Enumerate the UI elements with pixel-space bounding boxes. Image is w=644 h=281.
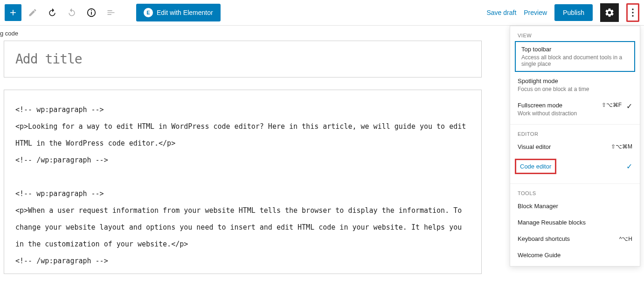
svg-rect-1 <box>91 12 92 14</box>
options-dropdown: VIEW Top toolbar Access all block and do… <box>510 26 640 267</box>
check-icon: ✓ <box>626 162 632 171</box>
top-toolbar-option[interactable]: Top toolbar Access all block and documen… <box>515 41 635 72</box>
redo-button[interactable] <box>63 4 80 21</box>
svg-point-4 <box>632 12 633 13</box>
more-options-button[interactable] <box>626 3 639 22</box>
outline-icon[interactable] <box>103 4 119 21</box>
visual-editor-option[interactable]: Visual editor ⇧⌥⌘M <box>510 139 640 155</box>
spotlight-mode-option[interactable]: Spotlight mode Focus on one block at a t… <box>510 73 640 97</box>
welcome-guide-option[interactable]: Welcome Guide <box>510 247 640 263</box>
code-editor-container: <!-- wp:paragraph --> <p>Looking for a w… <box>4 90 482 274</box>
tools-heading: TOOLS <box>510 190 640 198</box>
toolbar-right: Save draft Preview Publish <box>486 3 639 22</box>
svg-point-5 <box>632 15 633 16</box>
keyboard-shortcuts-option[interactable]: Keyboard shortcuts ^⌥H <box>510 231 640 247</box>
code-editor-option[interactable]: Code editor <box>515 159 556 174</box>
undo-button[interactable] <box>44 4 61 21</box>
view-heading: VIEW <box>510 33 640 40</box>
block-manager-option[interactable]: Block Manager <box>510 198 640 214</box>
manage-reusable-blocks-option[interactable]: Manage Reusable blocks <box>510 214 640 231</box>
preview-link[interactable]: Preview <box>524 9 547 16</box>
save-draft-link[interactable]: Save draft <box>486 9 516 16</box>
edit-with-elementor-button[interactable]: E Edit with Elementor <box>136 4 221 21</box>
code-editor-textarea[interactable]: <!-- wp:paragraph --> <p>Looking for a w… <box>15 101 470 269</box>
fullscreen-mode-option[interactable]: Fullscreen mode Work without distraction… <box>510 97 640 121</box>
editing-code-label: g code <box>0 30 18 37</box>
elementor-label: Edit with Elementor <box>157 9 213 16</box>
svg-point-3 <box>632 8 633 10</box>
elementor-icon: E <box>144 8 153 17</box>
edit-icon[interactable] <box>24 4 41 21</box>
publish-button[interactable]: Publish <box>554 4 593 21</box>
post-title-input[interactable] <box>15 51 470 67</box>
check-icon: ✓ <box>626 102 632 111</box>
title-container <box>4 41 482 77</box>
info-icon[interactable] <box>83 4 100 21</box>
add-block-button[interactable] <box>5 4 21 21</box>
editor-heading: EDITOR <box>510 131 640 139</box>
settings-button[interactable] <box>600 3 619 22</box>
top-toolbar: E Edit with Elementor Save draft Preview… <box>0 0 644 26</box>
svg-rect-2 <box>91 10 92 11</box>
